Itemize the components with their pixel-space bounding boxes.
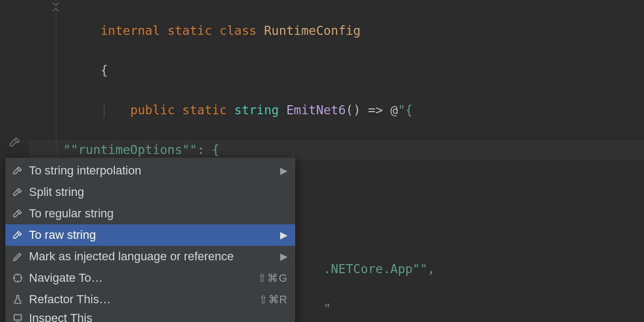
action-inspect-this[interactable]: Inspect This bbox=[5, 310, 295, 322]
shortcut-label: ⇧⌘R bbox=[259, 293, 288, 306]
shortcut-label: ⇧⌘G bbox=[258, 272, 288, 284]
code-line: internal static class RuntimeConfig bbox=[63, 21, 435, 41]
code-line: │ public static string EmitNet6() => @"{ bbox=[63, 100, 435, 120]
action-label: Inspect This bbox=[29, 311, 288, 322]
hammer-icon bbox=[12, 186, 24, 198]
chevron-right-icon: ▶ bbox=[280, 165, 288, 177]
action-refactor-this[interactable]: Refactor This… ⇧⌘R bbox=[5, 289, 295, 310]
hammer-icon bbox=[12, 229, 24, 241]
fold-chevron-icon[interactable] bbox=[52, 2, 60, 12]
pen-icon bbox=[12, 251, 24, 262]
flask-icon bbox=[12, 294, 24, 305]
action-navigate-to[interactable]: Navigate To… ⇧⌘G bbox=[5, 267, 295, 289]
nav-icon bbox=[12, 272, 24, 284]
action-to-raw-string[interactable]: To raw string ▶ bbox=[5, 224, 295, 246]
chevron-right-icon: ▶ bbox=[280, 229, 288, 241]
hammer-icon bbox=[9, 136, 21, 151]
code-line: ""runtimeOptions"": { bbox=[63, 140, 435, 160]
hammer-icon bbox=[12, 208, 24, 219]
context-actions-menu: To string interpolation ▶ Split string T… bbox=[5, 158, 295, 322]
action-label: Navigate To… bbox=[29, 271, 258, 285]
action-label: Split string bbox=[29, 185, 288, 199]
action-label: To regular string bbox=[29, 207, 288, 221]
action-mark-injected[interactable]: Mark as injected language or reference ▶ bbox=[5, 246, 295, 267]
action-to-regular-string[interactable]: To regular string bbox=[5, 203, 295, 224]
chevron-right-icon: ▶ bbox=[280, 251, 288, 262]
inspect-icon bbox=[12, 312, 24, 322]
action-to-interpolation[interactable]: To string interpolation ▶ bbox=[5, 160, 295, 181]
svg-rect-1 bbox=[14, 314, 21, 320]
hammer-icon bbox=[12, 165, 24, 177]
action-label: To raw string bbox=[29, 228, 280, 242]
action-label: To string interpolation bbox=[29, 164, 280, 178]
action-label: Mark as injected language or reference bbox=[29, 250, 280, 264]
action-label: Refactor This… bbox=[29, 292, 259, 306]
action-split-string[interactable]: Split string bbox=[5, 181, 295, 203]
code-line: { bbox=[63, 61, 435, 80]
